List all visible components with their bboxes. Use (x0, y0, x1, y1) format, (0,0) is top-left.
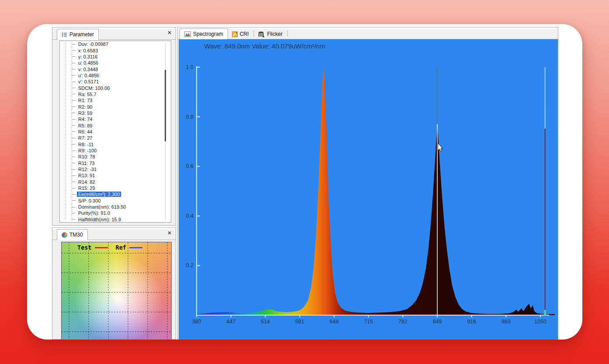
legend-test-label: Test (77, 244, 92, 251)
svg-text:916: 916 (467, 319, 476, 325)
parameter-row[interactable]: y: 0.3116 (60, 54, 171, 60)
parameter-row[interactable]: HalfWidth(nm): 15.9 (60, 216, 171, 223)
parameter-value[interactable]: R8: -11 (77, 142, 95, 147)
color-wheel-icon (62, 232, 67, 238)
spectrum-plot-area[interactable]: Wave: 849.0nm Value: 40.079uW/cm²/nm 0.2… (179, 39, 558, 340)
parameter-row[interactable]: Dominant(nm): 619.50 (60, 204, 171, 210)
svg-text:514: 514 (261, 319, 270, 325)
parameter-value[interactable]: R4: 74 (77, 117, 93, 122)
parameter-value[interactable]: R7: 27 (77, 135, 93, 141)
parameter-value[interactable]: R15: 29 (77, 185, 97, 191)
tree-dash (72, 69, 76, 69)
parameter-row[interactable]: R13: 91 (60, 172, 171, 179)
tm30-grid (62, 242, 171, 340)
spectrum-chart[interactable]: 0.20.40.60.81.03804475145816487157828499… (179, 39, 558, 340)
parameter-row[interactable]: R3: 59 (60, 110, 171, 116)
parameter-row[interactable]: Purity(%): 91.0 (60, 210, 171, 216)
app-card: Parameter ✕ Duv: -0.00987x: 0.6583y: 0.3… (27, 24, 582, 340)
parameter-value[interactable]: v': 0.5171 (77, 79, 100, 84)
parameter-value[interactable]: R14: 82 (77, 179, 97, 185)
svg-text:0.4: 0.4 (186, 213, 194, 219)
tree-dash (72, 50, 76, 51)
svg-text:715: 715 (364, 319, 373, 325)
parameter-value[interactable]: Ra: 55.7 (77, 92, 98, 97)
parameter-value[interactable]: R13: 91 (77, 173, 97, 178)
close-icon[interactable]: ✕ (167, 230, 172, 236)
parameter-row[interactable]: R10: 78 (60, 154, 171, 160)
parameter-value[interactable]: Purity(%): 91.0 (77, 210, 111, 216)
parameter-row[interactable]: v: 0.3448 (60, 66, 171, 72)
parameter-value[interactable]: R2: 90 (77, 104, 93, 110)
tab-parameter[interactable]: Parameter (57, 29, 99, 40)
parameter-value[interactable]: R3: 59 (77, 110, 93, 116)
parameter-row[interactable]: Duv: -0.00987 (60, 41, 171, 47)
tm30-legend: Test Ref (77, 244, 142, 251)
list-icon (62, 32, 67, 38)
parameter-value[interactable]: R10: 78 (77, 154, 97, 159)
parameter-value[interactable]: SDCM: 100.00 (77, 86, 111, 91)
tab-separator (253, 31, 254, 37)
parameter-row[interactable]: R9: -100 (60, 148, 171, 154)
parameter-value[interactable]: R1: 73 (77, 98, 93, 103)
parameter-value[interactable]: v: 0.3448 (77, 67, 99, 72)
parameter-row[interactable]: v': 0.5171 (60, 79, 171, 85)
parameter-row[interactable]: R2: 90 (60, 103, 171, 110)
spectrogram-panel: Spectrogram CRI Flicker (177, 27, 558, 340)
parameter-value[interactable]: S/P: 0.300 (77, 198, 102, 203)
parameter-row[interactable]: R6: 44 (60, 129, 171, 135)
parameter-value[interactable]: Ee(mW/cm²): 2.300 (77, 192, 121, 197)
parameter-row[interactable]: Ra: 55.7 (60, 91, 171, 97)
tab-flicker[interactable]: Flicker (255, 29, 286, 39)
parameter-row[interactable]: u: 0.4856 (60, 60, 171, 66)
tab-cri[interactable]: CRI (228, 29, 253, 39)
tree-dash (72, 88, 76, 88)
parameter-row[interactable]: R11: 73 (60, 160, 171, 166)
tab-flicker-label: Flicker (267, 31, 282, 37)
parameter-value[interactable]: R6: 44 (77, 129, 93, 134)
svg-text:1050: 1050 (534, 319, 547, 325)
parameter-row[interactable]: R14: 82 (60, 179, 171, 185)
parameter-row[interactable]: R1: 73 (60, 97, 171, 103)
parameter-row[interactable]: u': 0.4856 (60, 72, 171, 79)
parameter-row[interactable]: R12: -31 (60, 166, 171, 172)
desktop-background: Parameter ✕ Duv: -0.00987x: 0.6583y: 0.3… (0, 0, 609, 364)
tab-tm30[interactable]: TM30 (57, 229, 88, 240)
parameter-value[interactable]: x: 0.6583 (77, 48, 99, 53)
tab-spectrogram[interactable]: Spectrogram (180, 28, 228, 39)
parameter-value[interactable]: Duv: -0.00987 (77, 41, 110, 47)
tm30-color-vector-chart[interactable]: Test Ref (61, 242, 172, 340)
scrollbar-thumb[interactable] (165, 70, 166, 141)
parameter-value[interactable]: R11: 73 (77, 161, 96, 166)
parameter-value[interactable]: R5: 89 (77, 123, 93, 128)
legend-ref-label: Ref (116, 244, 126, 251)
tree-dash (72, 94, 76, 94)
parameter-value[interactable]: Dominant(nm): 619.50 (77, 204, 127, 209)
svg-text:0.2: 0.2 (186, 262, 194, 268)
parameter-row[interactable]: Ee(mW/cm²): 2.300 (60, 191, 171, 197)
parameter-panel: Parameter ✕ Duv: -0.00987x: 0.6583y: 0.3… (52, 27, 176, 226)
parameter-value[interactable]: R12: -31 (77, 167, 98, 172)
parameter-value[interactable]: HalfWidth(nm): 15.9 (77, 217, 122, 222)
parameter-row[interactable]: R7: 27 (60, 135, 171, 141)
close-icon[interactable]: ✕ (167, 30, 172, 35)
parameter-value[interactable]: u': 0.4856 (77, 73, 100, 78)
parameter-value[interactable]: y: 0.3116 (77, 54, 99, 59)
parameter-row[interactable]: R4: 74 (60, 116, 171, 122)
parameter-list[interactable]: Duv: -0.00987x: 0.6583y: 0.3116u: 0.4856… (59, 41, 171, 223)
legend-ref-line (129, 247, 142, 248)
parameter-row[interactable]: x: 0.6583 (60, 47, 171, 53)
tab-parameter-label: Parameter (69, 31, 94, 38)
parameter-row[interactable]: S/P: 0.300 (60, 198, 171, 204)
svg-text:1.0: 1.0 (186, 64, 194, 70)
parameter-panel-tabbar: Parameter ✕ (52, 27, 176, 40)
svg-text:0.6: 0.6 (186, 163, 194, 169)
svg-text:648: 648 (329, 319, 339, 325)
parameter-row[interactable]: R8: -11 (60, 141, 171, 148)
parameter-value[interactable]: R9: -100 (77, 148, 98, 153)
tree-dash (72, 219, 76, 220)
tree-dash (72, 157, 76, 157)
parameter-row[interactable]: R5: 89 (60, 122, 171, 128)
parameter-row[interactable]: R15: 29 (60, 185, 171, 191)
parameter-value[interactable]: u: 0.4856 (77, 60, 100, 65)
parameter-row[interactable]: SDCM: 100.00 (60, 85, 171, 91)
